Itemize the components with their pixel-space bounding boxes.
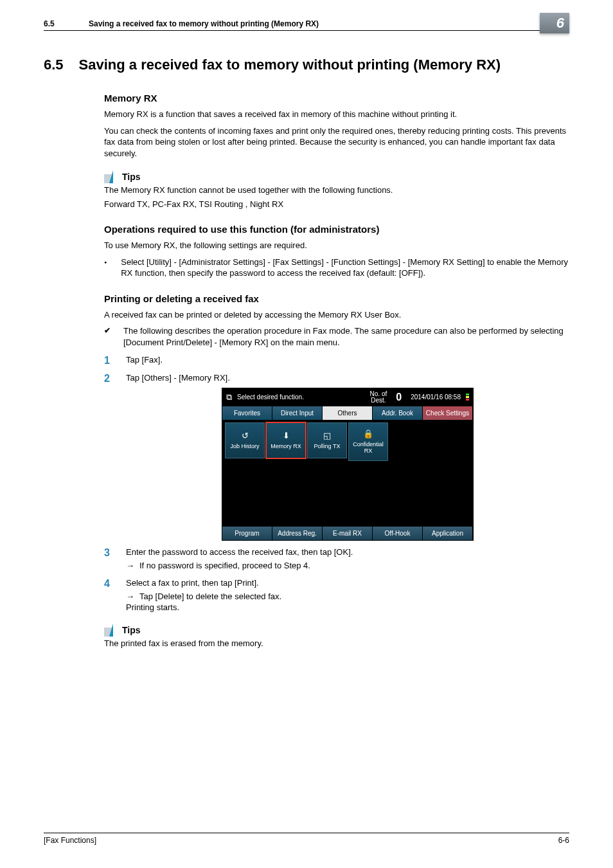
memory-indicator-icon [466, 393, 469, 401]
header-section-number: 6.5 [44, 19, 76, 28]
footer-right: 6-6 [558, 836, 569, 845]
footer-address-reg[interactable]: Address Reg. [272, 527, 323, 540]
page-footer: [Fax Functions] 6-6 [44, 833, 569, 845]
download-icon: ⬇ [280, 430, 292, 442]
step-3-sub: If no password is specified, proceed to … [139, 561, 310, 570]
tips1-line2: Forward TX, PC-Fax RX, TSI Routing , Nig… [104, 199, 569, 210]
step-3: Enter the password to access the receive… [126, 547, 353, 557]
btn-job-history[interactable]: ↺ Job History [225, 422, 265, 458]
btn-job-history-label: Job History [230, 444, 259, 450]
polling-icon: ◱ [321, 430, 333, 442]
btn-memory-rx[interactable]: ⬇ Memory RX [266, 422, 306, 458]
printing-heading: Printing or deleting a received fax [104, 293, 569, 304]
footer-program[interactable]: Program [222, 527, 272, 540]
step-4-p: Printing starts. [126, 602, 281, 612]
step-4: Select a fax to print, then tap [Print]. [126, 578, 259, 588]
operations-bullet: Select [Utility] - [Administrator Settin… [121, 257, 569, 279]
device-prompt: Select desired function. [237, 393, 365, 401]
tab-others[interactable]: Others [323, 406, 373, 420]
timestamp: 2014/01/16 08:58 [411, 393, 461, 401]
printing-check: The following describes the operation pr… [123, 325, 569, 348]
tab-addr-book[interactable]: Addr. Book [373, 406, 423, 420]
tips-icon [104, 170, 118, 183]
btn-memory-rx-label: Memory RX [271, 444, 301, 450]
tab-favorites[interactable]: Favorites [222, 406, 272, 420]
tips2-line1: The printed fax is erased from the memor… [104, 638, 569, 649]
tips-block-2: Tips [104, 624, 569, 637]
printing-p1: A received fax can be printed or deleted… [104, 309, 569, 321]
footer-application[interactable]: Application [423, 527, 473, 540]
dest-count: 0 [392, 392, 405, 403]
memory-rx-p2: You can check the contents of incoming f… [104, 125, 569, 159]
tab-check-settings[interactable]: Check Settings [423, 406, 473, 420]
running-header: 6.5 Saving a received fax to memory with… [44, 19, 569, 31]
section-number: 6.5 [44, 57, 64, 73]
header-section-title: Saving a received fax to memory without … [89, 19, 569, 28]
history-icon: ↺ [239, 430, 251, 442]
section-title-text: Saving a received fax to memory without … [79, 57, 501, 73]
footer-off-hook[interactable]: Off-Hook [373, 527, 423, 540]
operations-heading: Operations required to use this function… [104, 224, 569, 235]
device-screenshot: ⧉ Select desired function. No. of Dest. … [222, 388, 474, 541]
btn-polling-tx-label: Polling TX [314, 444, 341, 450]
btn-polling-tx[interactable]: ◱ Polling TX [307, 422, 347, 458]
memory-rx-p1: Memory RX is a function that saves a rec… [104, 109, 569, 120]
operations-p1: To use Memory RX, the following settings… [104, 240, 569, 251]
btn-confidential-rx-label: Confidential RX [349, 442, 387, 455]
dest-label: No. of Dest. [370, 391, 387, 404]
doc-list-icon: ⧉ [226, 392, 232, 402]
step-4-sub: Tap [Delete] to delete the selected fax. [139, 592, 281, 601]
step-1: Tap [Fax]. [126, 355, 163, 366]
tips-label: Tips [122, 625, 141, 635]
footer-email-rx[interactable]: E-mail RX [323, 527, 373, 540]
chapter-tab: 6 [540, 13, 569, 33]
memory-rx-heading: Memory RX [104, 93, 569, 104]
footer-left: [Fax Functions] [44, 836, 96, 845]
tips-label: Tips [122, 172, 141, 182]
tips-block-1: Tips [104, 170, 569, 183]
tips1-line1: The Memory RX function cannot be used to… [104, 185, 569, 196]
tips-icon [104, 624, 118, 637]
lock-icon: 🔒 [362, 428, 374, 440]
step-2: Tap [Others] - [Memory RX]. [126, 373, 230, 383]
tab-direct-input[interactable]: Direct Input [272, 406, 323, 420]
section-heading: 6.5 Saving a received fax to memory with… [44, 57, 569, 73]
btn-confidential-rx[interactable]: 🔒 Confidential RX [348, 422, 388, 461]
